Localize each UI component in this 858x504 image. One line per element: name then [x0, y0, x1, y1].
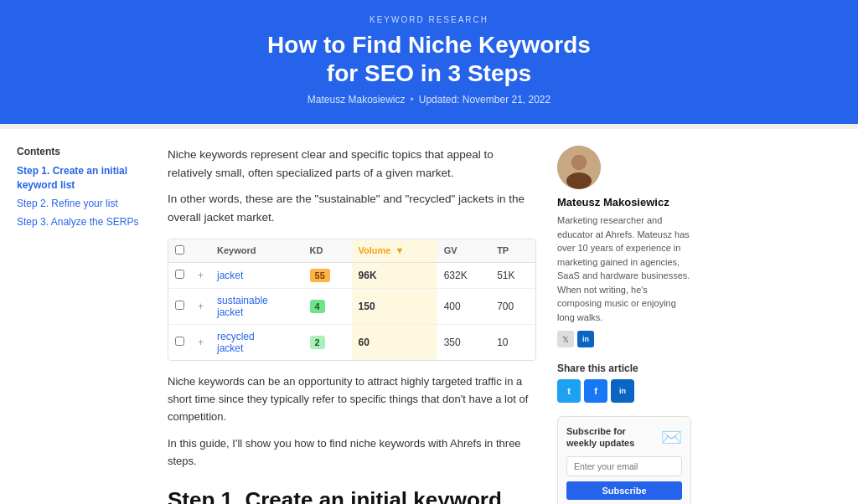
header-title: How to Find Niche Keywords for SEO in 3 … — [17, 31, 841, 87]
share-title: Share this article — [557, 363, 691, 374]
row3-plus[interactable]: + — [191, 324, 210, 360]
col-tp: TP — [490, 239, 535, 263]
subscribe-icon: ✉️ — [661, 427, 682, 447]
author-name-header: Mateusz Makosiewicz — [308, 94, 406, 105]
col-plus — [191, 239, 210, 263]
row2-gv: 400 — [437, 288, 490, 324]
main-content: Niche keywords represent clear and speci… — [151, 146, 553, 504]
row2-volume: 150 — [352, 288, 437, 324]
share-twitter-button[interactable]: t — [557, 379, 581, 403]
author-avatar — [557, 146, 601, 189]
share-facebook-button[interactable]: f — [584, 379, 607, 403]
body-paragraph-2: In this guide, I'll show you how to find… — [168, 435, 536, 471]
header-banner: KEYWORD RESEARCH How to Find Niche Keywo… — [0, 0, 858, 124]
table-row: + sustainablejacket 4 150 400 700 — [168, 288, 535, 324]
intro-paragraph-1: Niche keywords represent clear and speci… — [168, 146, 536, 182]
row2-plus[interactable]: + — [191, 288, 210, 324]
share-section: Share this article t f in — [557, 363, 691, 403]
row3-tp: 10 — [490, 324, 535, 360]
author-name: Mateusz Makosiewicz — [557, 196, 691, 208]
share-buttons: t f in — [557, 379, 691, 403]
col-volume[interactable]: Volume ▼ — [352, 239, 437, 263]
row3-keyword[interactable]: recycledjacket — [210, 324, 303, 360]
table-row: + jacket 55 96K 632K 51K — [168, 262, 535, 288]
col-keyword: Keyword — [210, 239, 303, 263]
row3-gv: 350 — [437, 324, 490, 360]
row1-kd: 55 — [303, 262, 352, 288]
col-check[interactable] — [168, 239, 191, 263]
share-linkedin-button[interactable]: in — [611, 379, 634, 403]
header-meta: Mateusz Makosiewicz • Updated: November … — [17, 94, 841, 105]
author-box: Mateusz Makosiewicz Marketing researcher… — [557, 146, 691, 347]
row2-check[interactable] — [168, 288, 191, 324]
svg-point-3 — [571, 155, 587, 170]
keyword-table: Keyword KD Volume ▼ GV TP + jacket 55 96… — [168, 239, 535, 360]
twitter-social-icon[interactable]: 𝕏 — [557, 331, 574, 347]
toc-title: Contents — [17, 146, 142, 157]
row1-volume: 96K — [352, 262, 437, 288]
step1-heading: Step 1. Create an initial keyword list — [168, 487, 536, 504]
row1-keyword[interactable]: jacket — [210, 262, 303, 288]
row3-volume: 60 — [352, 324, 437, 360]
subscribe-button[interactable]: Subscribe — [566, 481, 682, 500]
row1-plus[interactable]: + — [191, 262, 210, 288]
linkedin-social-icon[interactable]: in — [577, 331, 594, 347]
toc-item-1[interactable]: Step 1. Create an initial keyword list — [17, 164, 142, 193]
avatar-svg — [557, 146, 601, 189]
subscribe-title: Subscribe for weekly updates — [566, 425, 656, 450]
subscribe-section: Subscribe for weekly updates ✉️ Subscrib… — [557, 416, 691, 504]
col-gv: GV — [437, 239, 490, 263]
row1-gv: 632K — [437, 262, 490, 288]
row2-keyword[interactable]: sustainablejacket — [210, 288, 303, 324]
row3-check[interactable] — [168, 324, 191, 360]
table-row: + recycledjacket 2 60 350 10 — [168, 324, 535, 360]
author-bio: Marketing researcher and educator at Ahr… — [557, 213, 691, 324]
row1-tp: 51K — [490, 262, 535, 288]
svg-point-2 — [566, 172, 592, 189]
toc-sidebar: Contents Step 1. Create an initial keywo… — [0, 146, 151, 504]
toc-item-2[interactable]: Step 2. Refine your list — [17, 197, 142, 211]
row2-kd: 4 — [303, 288, 352, 324]
subscribe-email-input[interactable] — [566, 456, 682, 476]
keyword-table-wrap: Keyword KD Volume ▼ GV TP + jacket 55 96… — [168, 239, 536, 361]
author-social: 𝕏 in — [557, 331, 691, 347]
updated-date: Updated: November 21, 2022 — [419, 94, 550, 105]
row2-tp: 700 — [490, 288, 535, 324]
intro-paragraph-2: In other words, these are the "sustainab… — [168, 190, 536, 226]
right-sidebar: Mateusz Makosiewicz Marketing researcher… — [553, 146, 704, 504]
toc-item-3[interactable]: Step 3. Analyze the SERPs — [17, 215, 142, 229]
col-kd: KD — [303, 239, 352, 263]
body-paragraph-1: Niche keywords can be an opportunity to … — [168, 373, 536, 426]
header-label: KEYWORD RESEARCH — [17, 15, 841, 24]
row1-check[interactable] — [168, 262, 191, 288]
row3-kd: 2 — [303, 324, 352, 360]
page-body: Contents Step 1. Create an initial keywo… — [0, 129, 858, 504]
subscribe-header: Subscribe for weekly updates ✉️ — [566, 425, 682, 450]
